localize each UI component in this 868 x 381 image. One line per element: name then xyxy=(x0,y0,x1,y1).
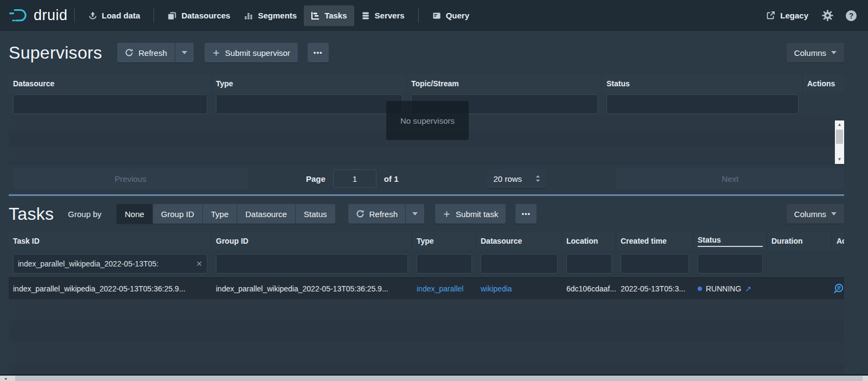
nav-divider xyxy=(74,9,75,23)
nav-query[interactable]: Query xyxy=(425,5,476,26)
filter-datasource-input[interactable] xyxy=(13,94,207,114)
running-status-dot xyxy=(698,287,702,291)
cell-datasource-link[interactable]: wikipedia xyxy=(476,278,562,300)
col-header-task-id[interactable]: Task ID xyxy=(9,232,212,250)
tasks-refresh-split: Refresh xyxy=(348,204,425,224)
help-button[interactable]: ? xyxy=(843,8,859,24)
supervisors-columns-button[interactable]: Columns xyxy=(787,43,844,62)
filter-status-input[interactable] xyxy=(607,94,799,114)
scrollbar-thumb[interactable] xyxy=(15,376,863,381)
group-by-group-id[interactable]: Group ID xyxy=(153,204,203,224)
nav-servers[interactable]: Servers xyxy=(354,5,412,26)
nav-datasources[interactable]: Datasources xyxy=(161,5,237,26)
col-header-created-time[interactable]: Created time xyxy=(616,232,693,250)
nav-load-data[interactable]: Load data xyxy=(81,5,148,26)
tasks-columns-button[interactable]: Columns xyxy=(787,204,844,224)
logo-wordmark: druid xyxy=(34,7,68,24)
group-by-type[interactable]: Type xyxy=(203,204,238,224)
page-number-input[interactable]: 1 xyxy=(333,169,376,188)
columns-label: Columns xyxy=(794,48,826,58)
rows-per-page-select[interactable]: 20 rows xyxy=(487,169,546,188)
cell-actions[interactable] xyxy=(832,278,844,300)
scroll-down-icon[interactable]: ▼ xyxy=(838,156,842,163)
vertical-scrollbar[interactable]: ▲ ▼ xyxy=(835,120,844,164)
filter-group-id-input[interactable] xyxy=(216,254,408,274)
supervisors-more-button[interactable]: ••• xyxy=(308,43,329,62)
col-header-duration[interactable]: Duration xyxy=(767,232,832,250)
group-by-none[interactable]: None xyxy=(117,204,153,224)
filter-type-input[interactable] xyxy=(417,254,472,274)
cell-duration xyxy=(767,278,832,300)
layers-icon xyxy=(168,11,176,20)
nav-divider xyxy=(418,9,419,23)
tasks-refresh-caret[interactable] xyxy=(405,204,424,224)
task-row: index_parallel_wikipedia_2022-05-13T05:3… xyxy=(9,277,844,299)
settings-button[interactable] xyxy=(819,8,835,24)
col-header-status-sorted[interactable]: Status xyxy=(693,232,767,250)
legacy-link[interactable]: Legacy xyxy=(763,5,812,26)
supervisors-title: Supervisors xyxy=(9,43,102,63)
col-header-type[interactable]: Type xyxy=(412,232,476,250)
filter-type-input[interactable] xyxy=(216,94,403,114)
cell-type-link[interactable]: index_parallel xyxy=(412,278,476,300)
filter-location-input[interactable] xyxy=(566,254,612,274)
supervisors-refresh-caret[interactable] xyxy=(175,43,194,62)
submit-supervisor-button[interactable]: Submit supervisor xyxy=(205,43,298,62)
col-header-type[interactable]: Type xyxy=(212,74,407,93)
nav-label: Tasks xyxy=(324,11,347,20)
top-navbar: druid Load data Datasources Segments Tas… xyxy=(0,0,868,31)
group-by-status[interactable]: Status xyxy=(296,204,335,224)
supervisors-pagination: Previous Page 1 of 1 20 rows Next xyxy=(9,164,844,189)
scroll-up-icon[interactable]: ▲ xyxy=(838,121,842,129)
col-header-group-id[interactable]: Group ID xyxy=(212,232,412,250)
supervisors-refresh-button[interactable]: Refresh xyxy=(117,43,175,62)
druid-logo[interactable]: druid xyxy=(9,7,68,24)
scrollbar-thumb[interactable] xyxy=(836,130,843,144)
more-icon: ••• xyxy=(521,210,531,218)
horizontal-scrollbar[interactable]: ◄ xyxy=(0,376,868,381)
group-by-datasource[interactable]: Datasource xyxy=(237,204,296,224)
tasks-table: Task ID Group ID Type Datasource Locatio… xyxy=(9,232,844,374)
col-header-datasource[interactable]: Datasource xyxy=(9,74,212,93)
open-status-icon[interactable]: ↗ xyxy=(745,284,751,293)
rows-per-page-value: 20 rows xyxy=(494,174,522,183)
supervisors-table: Datasource Type Topic/Stream Status Acti… xyxy=(9,74,844,164)
tasks-refresh-button[interactable]: Refresh xyxy=(348,204,406,224)
nav-tasks[interactable]: Tasks xyxy=(304,5,354,26)
tasks-more-button[interactable]: ••• xyxy=(515,204,537,224)
cell-location: 6dc106cdaaf... xyxy=(562,278,616,300)
col-header-datasource[interactable]: Datasource xyxy=(476,232,562,250)
submit-task-button[interactable]: Submit task xyxy=(435,204,506,224)
console-icon xyxy=(432,11,441,20)
refresh-icon xyxy=(125,48,133,57)
clear-filter-icon[interactable]: ✕ xyxy=(196,259,202,268)
refresh-label: Refresh xyxy=(369,209,398,219)
nav-segments[interactable]: Segments xyxy=(237,5,304,26)
col-header-status[interactable]: Status xyxy=(602,74,803,93)
refresh-label: Refresh xyxy=(138,48,167,58)
scroll-left-icon[interactable]: ◄ xyxy=(1,376,10,381)
tasks-table-header: Task ID Group ID Type Datasource Locatio… xyxy=(9,232,844,250)
tasks-table-body-empty xyxy=(9,299,844,374)
double-caret-icon xyxy=(535,175,541,182)
col-header-location[interactable]: Location xyxy=(562,232,616,250)
database-icon xyxy=(361,11,370,20)
cell-group-id: index_parallel_wikipedia_2022-05-13T05:3… xyxy=(212,278,412,300)
cell-status: RUNNING ↗ xyxy=(693,278,767,300)
supervisors-header: Supervisors Refresh Submit supervisor ••… xyxy=(0,31,868,74)
status-text: RUNNING xyxy=(706,284,741,293)
col-header-actions: Actions xyxy=(803,74,844,93)
help-icon: ? xyxy=(846,10,857,21)
nav-label: Load data xyxy=(102,11,141,20)
plus-icon xyxy=(443,210,451,218)
filter-datasource-input[interactable] xyxy=(481,254,558,274)
col-header-topic-stream[interactable]: Topic/Stream xyxy=(407,74,602,93)
empty-state-message: No supervisors xyxy=(386,101,469,140)
next-page-button[interactable]: Next xyxy=(616,168,844,189)
previous-page-button[interactable]: Previous xyxy=(13,168,248,189)
filter-created-time-input[interactable] xyxy=(621,254,689,274)
filter-task-id-input[interactable]: index_parallel_wikipedia_2022-05-13T05: … xyxy=(13,254,207,274)
cell-task-id: index_parallel_wikipedia_2022-05-13T05:3… xyxy=(9,278,212,300)
nav-divider xyxy=(154,9,154,23)
filter-status-input[interactable] xyxy=(698,254,763,274)
